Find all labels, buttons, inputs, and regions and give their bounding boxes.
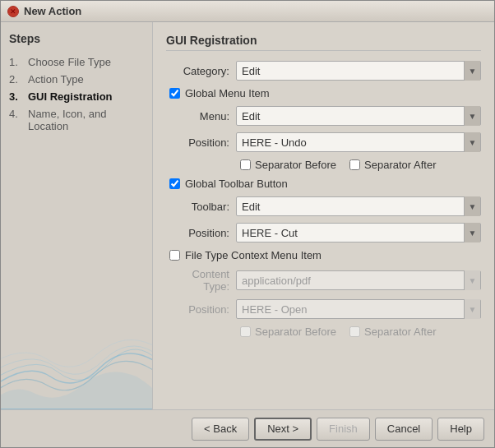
titlebar: ✕ New Action xyxy=(1,1,494,22)
global-menu-item-row: Global Menu Item xyxy=(166,87,481,99)
decorative-wave xyxy=(1,278,153,409)
separator-menu-row: Separator Before Separator After xyxy=(166,159,481,171)
step-3: 3. GUI Registration xyxy=(9,88,144,105)
position-toolbar-control: HERE - Cut ▼ xyxy=(236,223,481,242)
content-type-row: Content Type: application/pdf ▼ xyxy=(166,268,481,293)
position-menu-dropdown-arrow[interactable]: ▼ xyxy=(464,132,480,152)
content-area: Steps 1. Choose File Type 2. Action Type… xyxy=(1,22,494,409)
cancel-button[interactable]: Cancel xyxy=(375,418,433,441)
content-type-dropdown-arrow: ▼ xyxy=(464,270,480,290)
global-menu-item-checkbox[interactable] xyxy=(169,88,180,99)
toolbar-row: Toolbar: Edit ▼ xyxy=(166,196,481,216)
position-context-control: HERE - Open ▼ xyxy=(236,299,481,319)
category-row: Category: Edit ▼ xyxy=(166,61,481,81)
content-type-value: application/pdf xyxy=(242,275,464,287)
toolbar-control: Edit ▼ xyxy=(236,196,481,216)
separator-after2-checkbox xyxy=(349,326,360,337)
separator-before-item: Separator Before xyxy=(240,159,336,171)
separator-after-checkbox[interactable] xyxy=(349,159,360,170)
back-button[interactable]: < Back xyxy=(192,418,249,441)
steps-list: 1. Choose File Type 2. Action Type 3. GU… xyxy=(9,53,144,135)
category-label: Category: xyxy=(166,65,236,77)
next-button[interactable]: Next > xyxy=(254,418,312,441)
separator-before2-checkbox xyxy=(240,326,251,337)
position-context-value: HERE - Open xyxy=(242,303,464,316)
content-type-label: Content Type: xyxy=(166,268,236,293)
content-type-select: application/pdf ▼ xyxy=(236,270,481,290)
position-menu-label: Position: xyxy=(166,136,236,149)
position-context-row: Position: HERE - Open ▼ xyxy=(166,299,481,319)
section-title: GUI Registration xyxy=(166,34,481,51)
toolbar-label: Toolbar: xyxy=(166,201,236,213)
category-dropdown-arrow[interactable]: ▼ xyxy=(464,61,480,81)
toolbar-dropdown-arrow[interactable]: ▼ xyxy=(464,196,480,216)
position-toolbar-select[interactable]: HERE - Cut ▼ xyxy=(236,223,481,242)
file-type-context-row: File Type Context Menu Item xyxy=(166,249,481,261)
new-action-window: ✕ New Action Steps 1. Choose File Type 2… xyxy=(0,0,495,448)
menu-control: Edit ▼ xyxy=(236,106,481,126)
footer: < Back Next > Finish Cancel Help xyxy=(1,409,494,447)
category-control: Edit ▼ xyxy=(236,61,481,81)
position-context-select: HERE - Open ▼ xyxy=(236,299,481,319)
position-toolbar-dropdown-arrow[interactable]: ▼ xyxy=(464,223,480,242)
separator-after2-label: Separator After xyxy=(364,326,436,338)
position-menu-row: Position: HERE - Undo ▼ xyxy=(166,132,481,152)
toolbar-value: Edit xyxy=(242,201,464,213)
position-context-label: Position: xyxy=(166,303,236,316)
position-context-dropdown-arrow: ▼ xyxy=(464,299,480,319)
content-type-control: application/pdf ▼ xyxy=(236,270,481,290)
step-1: 1. Choose File Type xyxy=(9,53,144,71)
separator-after2-item: Separator After xyxy=(349,326,436,338)
separator-before-checkbox[interactable] xyxy=(240,159,251,170)
global-toolbar-row: Global Toolbar Button xyxy=(166,178,481,190)
category-value: Edit xyxy=(242,65,464,77)
separator-context-row: Separator Before Separator After xyxy=(166,326,481,338)
separator-after-item: Separator After xyxy=(349,159,436,171)
menu-row: Menu: Edit ▼ xyxy=(166,106,481,126)
step-2: 2. Action Type xyxy=(9,71,144,88)
separator-before-label[interactable]: Separator Before xyxy=(255,159,336,171)
menu-dropdown-arrow[interactable]: ▼ xyxy=(464,106,480,126)
global-toolbar-checkbox[interactable] xyxy=(169,178,180,189)
position-menu-select[interactable]: HERE - Undo ▼ xyxy=(236,132,481,152)
sidebar: Steps 1. Choose File Type 2. Action Type… xyxy=(1,22,153,409)
main-content: GUI Registration Category: Edit ▼ Global… xyxy=(153,22,494,409)
separator-after-label[interactable]: Separator After xyxy=(364,159,436,171)
step-4: 4. Name, Icon, and Location xyxy=(9,105,144,135)
position-toolbar-row: Position: HERE - Cut ▼ xyxy=(166,223,481,242)
file-type-context-checkbox[interactable] xyxy=(169,250,180,261)
position-toolbar-value: HERE - Cut xyxy=(242,227,464,239)
toolbar-select[interactable]: Edit ▼ xyxy=(236,196,481,216)
window-title: New Action xyxy=(24,5,81,17)
menu-label: Menu: xyxy=(166,110,236,122)
close-button[interactable]: ✕ xyxy=(7,6,19,17)
menu-value: Edit xyxy=(242,110,464,122)
global-menu-item-label[interactable]: Global Menu Item xyxy=(185,87,270,99)
position-toolbar-label: Position: xyxy=(166,227,236,239)
separator-before2-item: Separator Before xyxy=(240,326,336,338)
finish-button[interactable]: Finish xyxy=(317,418,370,441)
sidebar-title: Steps xyxy=(9,32,144,45)
separator-before2-label: Separator Before xyxy=(255,326,336,338)
global-toolbar-label[interactable]: Global Toolbar Button xyxy=(185,178,288,190)
file-type-context-label[interactable]: File Type Context Menu Item xyxy=(185,249,322,261)
position-menu-control: HERE - Undo ▼ xyxy=(236,132,481,152)
help-button[interactable]: Help xyxy=(437,418,484,441)
menu-select[interactable]: Edit ▼ xyxy=(236,106,481,126)
position-menu-value: HERE - Undo xyxy=(242,136,464,149)
category-select[interactable]: Edit ▼ xyxy=(236,61,481,81)
